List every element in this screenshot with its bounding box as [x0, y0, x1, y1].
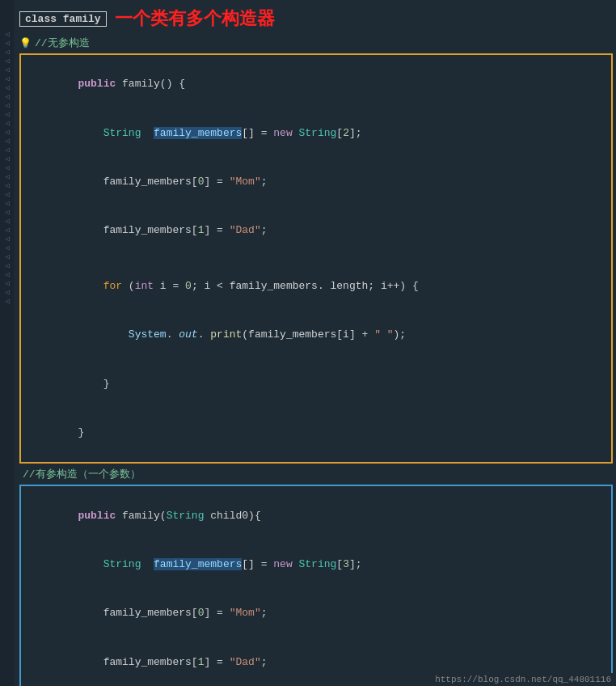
- code-line: public family() {: [27, 60, 605, 108]
- code-line: family_members[1] = "Dad";: [27, 206, 605, 255]
- comment-no-param: //无参构造: [35, 36, 90, 50]
- code-line: String family_members[] = new String[2];: [27, 108, 605, 157]
- code-line: public family(String child0){: [27, 491, 605, 540]
- title-line: class family 一个类有多个构造器: [19, 6, 613, 31]
- empty-line: [27, 256, 605, 262]
- comment-no-param-line: 💡 //无参构造: [19, 36, 613, 50]
- code-line: family_members[0] = "Mom";: [27, 158, 605, 206]
- constructor-block-no-param: public family() { String family_members[…: [19, 53, 613, 464]
- code-line: String family_members[] = new String[3];: [27, 540, 605, 589]
- comment-one-param: //有参构造（一个参数）: [19, 467, 613, 481]
- code-line: }: [27, 360, 605, 409]
- class-family-badge: class family: [19, 11, 107, 27]
- editor-container: ◁ ◁ ◁ ◁ ◁ ◁ ◁ ◁ ◁ ◁ ◁ ◁ ◁ ◁ ◁ ◁ ◁ ◁ ◁ ◁ …: [0, 0, 616, 686]
- gutter-icon: ◁: [3, 298, 11, 306]
- code-line: family_members[0] = "Mom";: [27, 589, 605, 637]
- code-area: class family 一个类有多个构造器 💡 //无参构造 public f…: [16, 0, 616, 686]
- code-line: for (int i = 0; i < family_members. leng…: [27, 262, 605, 311]
- code-line: }: [27, 409, 605, 457]
- left-gutter: ◁ ◁ ◁ ◁ ◁ ◁ ◁ ◁ ◁ ◁ ◁ ◁ ◁ ◁ ◁ ◁ ◁ ◁ ◁ ◁ …: [0, 0, 15, 686]
- code-line: System. out. print(family_members[i] + "…: [27, 311, 605, 359]
- constructor-block-one-param: public family(String child0){ String fam…: [19, 485, 613, 686]
- url-bar: https://blog.csdn.net/qq_44801116: [430, 673, 616, 686]
- lightbulb-icon: 💡: [19, 37, 32, 49]
- page-title: 一个类有多个构造器: [115, 6, 275, 31]
